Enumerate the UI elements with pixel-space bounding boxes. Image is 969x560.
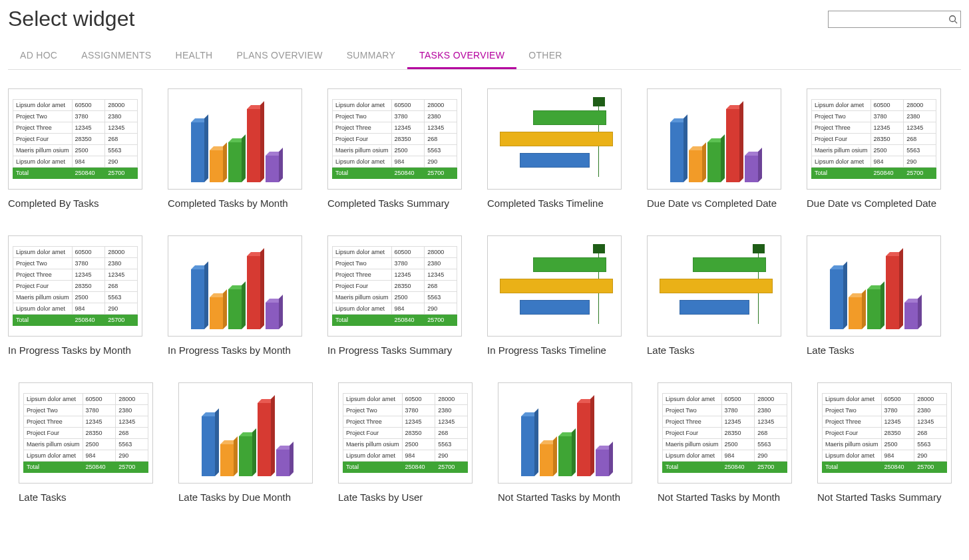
tab-ad-hoc[interactable]: AD HOC: [8, 43, 69, 69]
bar-purple: [904, 303, 918, 329]
gantt-bar: [520, 153, 590, 168]
table-total-row: Total25084025700: [13, 168, 138, 179]
table-row: Maeris pillum osium25005563: [663, 439, 787, 450]
table-row: Project Three1234512345: [24, 416, 148, 428]
widget-preview-table: Lipsum dolor amet6050028000Project Two37…: [8, 235, 142, 337]
gantt-row: [493, 132, 616, 146]
bar-blue: [830, 269, 843, 329]
gantt-bar: [533, 110, 606, 125]
widget-card[interactable]: Late Tasks by Due Month: [178, 382, 313, 503]
widget-card[interactable]: Completed Tasks Timeline: [487, 88, 622, 209]
widget-title: Completed Tasks by Month: [168, 198, 302, 209]
table-row: Lipsum dolor amet984290: [13, 303, 138, 315]
table-row: Project Three1234512345: [333, 122, 457, 134]
tab-health[interactable]: HEALTH: [163, 43, 224, 69]
bar-chart: [172, 93, 297, 185]
table-row: Project Three1234512345: [333, 269, 457, 281]
table-row: Project Three1234512345: [812, 122, 936, 134]
table-row: Lipsum dolor amet6050028000: [812, 100, 936, 111]
gantt-bar: [520, 300, 590, 315]
gantt-row: [493, 279, 616, 293]
widget-card[interactable]: Late Tasks: [647, 235, 781, 356]
widget-card[interactable]: Lipsum dolor amet6050028000Project Two37…: [19, 382, 153, 503]
widget-title: Not Started Tasks Summary: [817, 491, 952, 503]
table-row: Maeris pillum osium25005563: [24, 439, 148, 450]
table-row: Project Three1234512345: [13, 122, 138, 134]
widget-preview-gantt: [487, 235, 622, 337]
widget-title: In Progress Tasks Summary: [327, 345, 462, 356]
table-row: Lipsum dolor amet984290: [333, 303, 457, 315]
bar-chart: [811, 240, 936, 332]
table-row: Lipsum dolor amet984290: [823, 450, 947, 462]
widget-card[interactable]: In Progress Tasks Timeline: [487, 235, 622, 356]
tab-assignments[interactable]: ASSIGNMENTS: [69, 43, 163, 69]
widget-card[interactable]: Lipsum dolor amet6050028000Project Two37…: [327, 88, 462, 209]
table-row: Project Two37802380: [333, 111, 457, 122]
bar-green: [867, 289, 880, 329]
table-row: Lipsum dolor amet984290: [663, 450, 787, 462]
table-row: Maeris pillum osium25005563: [343, 439, 468, 450]
gantt-marker: [593, 244, 605, 253]
bar-green: [558, 436, 572, 476]
widget-title: Completed Tasks Timeline: [487, 198, 622, 209]
gantt-bar: [660, 279, 773, 293]
tab-summary[interactable]: SUMMARY: [335, 43, 407, 69]
widget-preview-table: Lipsum dolor amet6050028000Project Two37…: [8, 88, 142, 190]
gantt-row: [493, 110, 616, 125]
bar-purple: [596, 450, 609, 476]
table-row: Lipsum dolor amet984290: [24, 450, 148, 462]
tab-tasks-overview[interactable]: TASKS OVERVIEW: [407, 43, 516, 69]
widget-card[interactable]: Lipsum dolor amet6050028000Project Two37…: [807, 88, 941, 209]
widget-card[interactable]: Lipsum dolor amet6050028000Project Two37…: [327, 235, 462, 356]
widget-title: Not Started Tasks by Month: [498, 491, 632, 503]
table-row: Lipsum dolor amet984290: [812, 156, 936, 168]
widget-card[interactable]: Lipsum dolor amet6050028000Project Two37…: [338, 382, 473, 503]
bar-purple: [266, 156, 279, 182]
bar-blue: [191, 122, 204, 182]
preview-table: Lipsum dolor amet6050028000Project Two37…: [13, 99, 138, 179]
widget-title: Completed Tasks Summary: [327, 198, 462, 209]
widget-title: Not Started Tasks by Month: [658, 491, 792, 503]
widget-card[interactable]: Due Date vs Completed Date: [647, 88, 781, 209]
table-row: Project Four28350268: [812, 134, 936, 145]
tab-plans-overview[interactable]: PLANS OVERVIEW: [224, 43, 334, 69]
table-row: Lipsum dolor amet6050028000: [24, 394, 148, 405]
table-row: Maeris pillum osium25005563: [812, 145, 936, 156]
widget-preview-gantt: [647, 235, 781, 337]
widget-card[interactable]: In Progress Tasks by Month: [168, 235, 302, 356]
bar-green: [228, 142, 242, 182]
table-row: Lipsum dolor amet984290: [13, 156, 138, 168]
tab-other[interactable]: OTHER: [516, 43, 574, 69]
table-row: Maeris pillum osium25005563: [333, 292, 457, 303]
bar-green: [707, 142, 721, 182]
bar-purple: [276, 450, 290, 476]
widget-card[interactable]: Completed Tasks by Month: [168, 88, 302, 209]
gantt-chart: [492, 240, 617, 332]
bar-red: [726, 109, 739, 182]
preview-table: Lipsum dolor amet6050028000Project Two37…: [811, 99, 936, 179]
widget-card[interactable]: Lipsum dolor amet6050028000Project Two37…: [8, 235, 142, 356]
gantt-row: [493, 153, 616, 168]
widget-card[interactable]: Not Started Tasks by Month: [498, 382, 632, 503]
widget-card[interactable]: Late Tasks: [807, 235, 941, 356]
search-box[interactable]: [828, 11, 961, 28]
widget-card[interactable]: Lipsum dolor amet6050028000Project Two37…: [658, 382, 792, 503]
widget-grid-row1: Lipsum dolor amet6050028000Project Two37…: [8, 88, 961, 209]
preview-table: Lipsum dolor amet6050028000Project Two37…: [662, 393, 787, 473]
table-total-row: Total25084025700: [812, 168, 936, 179]
widget-title: Late Tasks: [19, 491, 153, 503]
widget-preview-bars: [168, 88, 302, 190]
widget-card[interactable]: Lipsum dolor amet6050028000Project Two37…: [8, 88, 142, 209]
tabs: AD HOCASSIGNMENTSHEALTHPLANS OVERVIEWSUM…: [8, 43, 961, 70]
bar-purple: [745, 156, 758, 182]
search-input[interactable]: [831, 15, 948, 24]
table-row: Project Four28350268: [823, 428, 947, 439]
table-row: Lipsum dolor amet6050028000: [823, 394, 947, 405]
table-row: Lipsum dolor amet6050028000: [663, 394, 787, 405]
table-row: Maeris pillum osium25005563: [333, 145, 457, 156]
preview-table: Lipsum dolor amet6050028000Project Two37…: [343, 393, 468, 473]
gantt-row: [493, 257, 616, 272]
table-row: Project Two37802380: [333, 258, 457, 269]
widget-card[interactable]: Lipsum dolor amet6050028000Project Two37…: [817, 382, 952, 503]
gantt-row: [653, 300, 775, 315]
